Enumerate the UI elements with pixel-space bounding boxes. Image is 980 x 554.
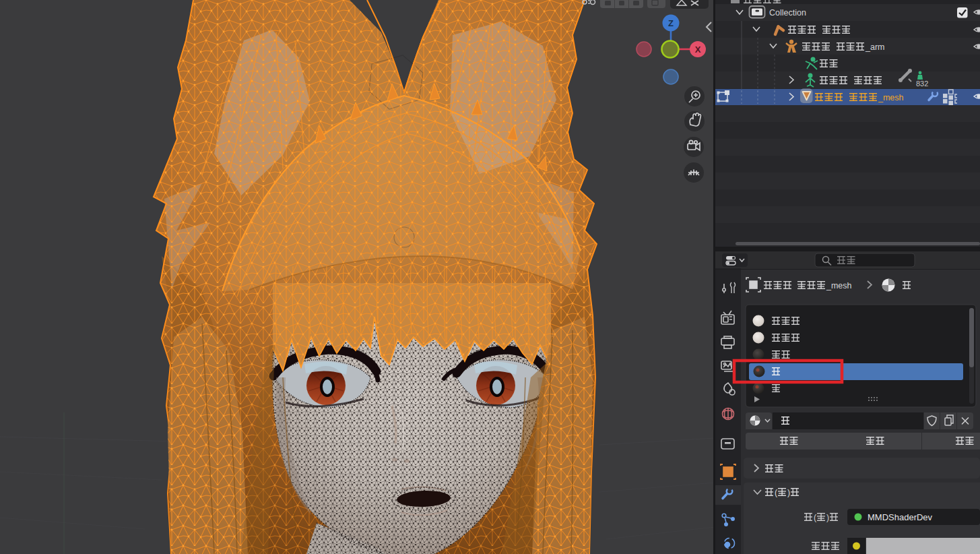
svg-text:Collection: Collection: [769, 8, 806, 18]
svg-text:): ): [787, 488, 790, 497]
svg-text:MMDShaderDev: MMDShaderDev: [868, 512, 933, 522]
svg-text:_mesh: _mesh: [826, 281, 852, 290]
svg-text:): ): [826, 513, 829, 522]
svg-text:X: X: [695, 44, 701, 55]
svg-text:_arm: _arm: [865, 42, 884, 52]
svg-text:Z: Z: [668, 18, 674, 28]
svg-text:_mesh: _mesh: [878, 93, 904, 102]
svg-text:832: 832: [916, 80, 928, 88]
